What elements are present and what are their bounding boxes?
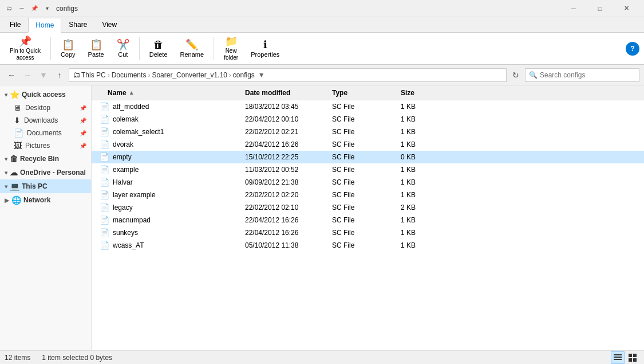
column-type[interactable]: Type [332, 89, 401, 97]
breadcrumb-documents[interactable]: Documents [112, 71, 147, 79]
tab-home[interactable]: Home [28, 18, 61, 33]
tab-file[interactable]: File [2, 17, 28, 32]
svg-rect-4 [633, 354, 637, 357]
minimize-button[interactable]: ─ [560, 0, 587, 17]
breadcrumb-sep2: › [148, 71, 150, 79]
column-name[interactable]: Name ▲ [92, 89, 240, 97]
item-count: 12 items [5, 354, 30, 362]
file-icon: 📄 [100, 203, 109, 212]
table-row[interactable]: 📄 atf_modded 18/03/2012 03:45 SC File 1 … [92, 100, 644, 113]
file-name-cell: 📄 wcass_AT [92, 241, 240, 250]
file-date: 22/04/2012 16:26 [240, 229, 332, 237]
view-toggle [611, 351, 639, 364]
close-button[interactable]: ✕ [613, 0, 639, 17]
table-row[interactable]: 📄 Halvar 09/09/2012 21:38 SC File 1 KB [92, 176, 644, 189]
table-row[interactable]: 📄 empty 15/10/2012 22:25 SC File 0 KB [92, 151, 644, 163]
sidebar-onedrive-header[interactable]: ▾ ☁ OneDrive - Personal [0, 166, 91, 179]
refresh-button[interactable]: ↻ [509, 68, 523, 82]
table-row[interactable]: 📄 colemak_select1 22/02/2012 02:21 SC Fi… [92, 126, 644, 138]
cut-button[interactable]: ✂️ Cut [112, 37, 135, 61]
file-name: layer example [113, 191, 156, 199]
new-folder-button[interactable]: 📁 Newfolder [219, 33, 243, 64]
file-area: Name ▲ Date modified Type Size 📄 atf_mod… [92, 85, 644, 350]
sidebar-item-pictures[interactable]: 🖼 Pictures 📌 [0, 139, 91, 152]
file-name-cell: 📄 atf_modded [92, 102, 240, 111]
table-row[interactable]: 📄 example 11/03/2012 00:52 SC File 1 KB [92, 163, 644, 176]
sidebar-item-desktop[interactable]: 🖥 Desktop 📌 [0, 101, 91, 114]
large-icons-view-button[interactable] [626, 351, 639, 364]
file-name: legacy [113, 203, 133, 212]
pin-quick-access-button[interactable]: 📌 Pin to Quickaccess [5, 33, 46, 64]
copy-button[interactable]: 📋 Copy [56, 37, 81, 61]
file-icon: 📄 [100, 115, 109, 124]
breadcrumb-soarer[interactable]: Soarer_Converter_v1.10 [152, 71, 227, 79]
file-size: 0 KB [401, 153, 447, 161]
file-type: SC File [332, 103, 401, 111]
file-size: 1 KB [401, 128, 447, 136]
sidebar-quick-access-header[interactable]: ▾ ⭐ Quick access [0, 88, 91, 101]
table-row[interactable]: 📄 legacy 22/02/2012 02:10 SC File 2 KB [92, 201, 644, 214]
pin-icon[interactable]: 📌 [30, 4, 39, 13]
sidebar-recycle-bin-header[interactable]: ▾ 🗑 Recycle Bin [0, 152, 91, 166]
file-size: 1 KB [401, 191, 447, 199]
delete-button[interactable]: 🗑 Delete [144, 37, 173, 61]
rename-button[interactable]: ✏️ Rename [175, 37, 210, 61]
up-button[interactable]: ↑ [53, 68, 66, 82]
properties-button[interactable]: ℹ Properties [246, 37, 285, 61]
file-icon: 📄 [100, 102, 109, 111]
sidebar-item-downloads[interactable]: ⬇ Downloads 📌 [0, 114, 91, 127]
file-name: macnumpad [113, 216, 151, 224]
breadcrumb-dropdown-icon[interactable]: ▼ [258, 71, 265, 79]
dropdown-icon[interactable]: ▾ [42, 4, 52, 13]
breadcrumb-sep3: › [229, 71, 231, 79]
svg-rect-1 [614, 357, 622, 358]
file-type: SC File [332, 115, 401, 123]
quick-access-icon[interactable]: ─ [17, 4, 26, 13]
desktop-icon: 🖥 [14, 103, 22, 112]
file-date: 22/04/2012 16:26 [240, 216, 332, 224]
file-name-cell: 📄 sunkeys [92, 228, 240, 237]
search-input[interactable] [540, 71, 635, 79]
recent-locations-button[interactable]: ▼ [37, 68, 50, 82]
file-size: 1 KB [401, 166, 447, 174]
file-size: 2 KB [401, 203, 447, 212]
onedrive-label: OneDrive - Personal [20, 169, 86, 177]
downloads-icon: ⬇ [14, 116, 21, 125]
file-name: sunkeys [113, 229, 138, 237]
breadcrumb-configs[interactable]: configs [233, 71, 255, 79]
forward-button[interactable]: → [21, 68, 34, 82]
sort-asc-icon: ▲ [129, 89, 135, 96]
table-row[interactable]: 📄 wcass_AT 05/10/2012 11:38 SC File 1 KB [92, 239, 644, 252]
file-icon: 📄 [100, 241, 109, 250]
details-view-button[interactable] [611, 351, 625, 364]
table-row[interactable]: 📄 colemak 22/04/2012 00:10 SC File 1 KB [92, 113, 644, 126]
onedrive-icon: ☁ [10, 168, 18, 177]
sidebar-item-documents[interactable]: 📄 Documents 📌 [0, 127, 91, 139]
table-row[interactable]: 📄 sunkeys 22/04/2012 16:26 SC File 1 KB [92, 226, 644, 239]
sidebar-documents-pin-icon: 📌 [80, 130, 86, 136]
help-button[interactable]: ? [626, 42, 639, 56]
table-row[interactable]: 📄 macnumpad 22/04/2012 16:26 SC File 1 K… [92, 214, 644, 226]
column-size[interactable]: Size [401, 89, 447, 97]
quick-access-chevron: ▾ [5, 92, 7, 98]
sidebar-pictures-pin-icon: 📌 [80, 143, 86, 149]
sidebar-this-pc-header[interactable]: ▾ 💻 This PC [0, 179, 91, 193]
table-row[interactable]: 📄 dvorak 22/04/2012 16:26 SC File 1 KB [92, 138, 644, 151]
table-row[interactable]: 📄 layer example 22/02/2012 02:20 SC File… [92, 189, 644, 201]
recycle-bin-icon: 🗑 [10, 154, 18, 163]
back-button[interactable]: ← [5, 68, 18, 82]
maximize-button[interactable]: □ [587, 0, 613, 17]
network-icon: 🌐 [11, 195, 21, 205]
window-title: configs [56, 5, 78, 13]
search-icon: 🔍 [529, 71, 538, 79]
documents-icon: 📄 [14, 128, 23, 138]
file-rows: 📄 atf_modded 18/03/2012 03:45 SC File 1 … [92, 100, 644, 252]
file-icon: 📄 [100, 165, 109, 174]
column-date-modified[interactable]: Date modified [240, 89, 332, 97]
tab-view[interactable]: View [94, 17, 124, 32]
paste-button[interactable]: 📋 Paste [83, 37, 109, 61]
sidebar-network-header[interactable]: ▶ 🌐 Network [0, 193, 91, 207]
breadcrumb-this-pc[interactable]: This PC [81, 71, 106, 79]
tab-share[interactable]: Share [61, 17, 94, 32]
copy-icon: 📋 [62, 40, 74, 50]
